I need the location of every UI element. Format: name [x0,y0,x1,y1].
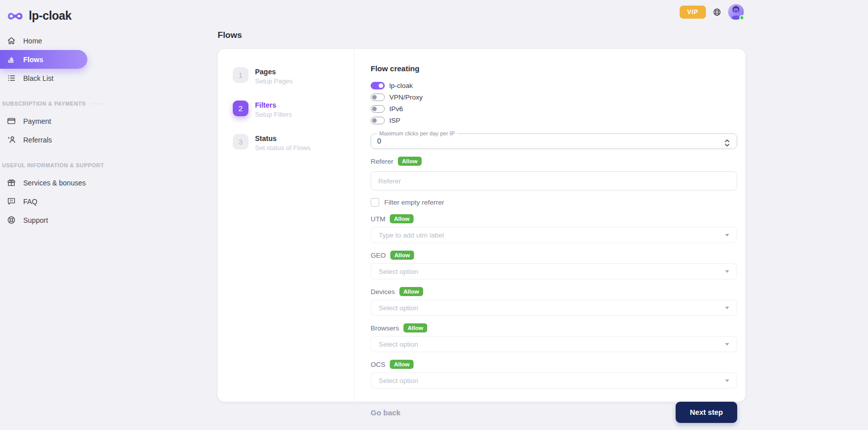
lp-cloak-mask-logo-icon [6,10,24,23]
sidebar-item-referrals[interactable]: Referrals [0,130,87,149]
devices-select[interactable]: Select option [371,300,737,316]
chevron-down-icon [725,234,729,236]
brand[interactable]: lp-cloak [0,0,131,24]
lp-cloak-toggle[interactable] [371,82,385,89]
step-title: Filters [255,101,292,109]
utm-label-row: UTM Allow [371,214,737,223]
browsers-select[interactable]: Select option [371,336,737,352]
step-status[interactable]: 3 Status Set status of Flows [233,134,354,152]
sidebar-item-faq[interactable]: ?! FAQ [0,192,87,211]
select-placeholder: Select option [379,268,418,275]
referer-label-row: Referer Allow [371,157,737,166]
next-step-button[interactable]: Next step [676,402,737,423]
chevron-down-icon [725,379,729,382]
chevron-down-icon [725,270,729,273]
header-actions: VIP [680,4,744,20]
sidebar-item-services-bonuses[interactable]: Services & bonuses [0,173,87,192]
select-placeholder: Select option [379,377,418,385]
max-clicks-input[interactable] [377,137,695,145]
user-avatar[interactable] [728,4,744,20]
browsers-label: Browsers [371,324,399,332]
toggle-knob [379,83,383,88]
sidebar-item-home[interactable]: Home [0,31,87,50]
filter-empty-referrer-row[interactable]: Filter empty referrer [371,198,737,207]
online-status-dot [739,15,744,20]
toggle-label: ISP [389,117,400,124]
sidebar-item-label: Home [23,37,42,45]
flow-creating-form: Flow creating lp-cloak VPN/Proxy IPv6 IS… [354,49,745,402]
devices-allow-badge[interactable]: Allow [399,287,423,296]
toggle-knob [372,118,377,123]
language-globe-icon[interactable] [712,8,722,17]
geo-label-row: GEO Allow [371,251,737,260]
utm-allow-badge[interactable]: Allow [390,214,414,223]
section-heading-label: USEFUL INFORMATION & SUPPORT [2,162,104,168]
browsers-label-row: Browsers Allow [371,323,737,332]
step-number-badge: 2 [233,101,248,116]
referer-allow-badge[interactable]: Allow [398,157,422,166]
page-title: Flows [218,30,745,40]
svg-text:?!: ?! [10,199,13,203]
sidebar: lp-cloak Home Flows [0,0,131,229]
browsers-allow-badge[interactable]: Allow [403,323,427,332]
sidebar-item-label: FAQ [23,198,37,206]
chevron-down-icon [725,307,729,309]
form-footer: Go back Next step [371,402,737,423]
section-heading-label: SUBSCRIPTION & PAYMENTS [2,101,86,107]
vip-button[interactable]: VIP [680,6,706,19]
sidebar-item-support[interactable]: Support [0,211,87,229]
section-heading-rule [90,104,104,104]
step-subtitle: Setup Pages [255,77,292,85]
main-content: Flows 1 Pages Setup Pages 2 Filters Setu… [218,30,745,402]
ipv6-toggle[interactable] [371,105,385,113]
chevron-down-icon [725,343,729,346]
number-stepper-icon[interactable] [724,139,730,146]
referer-label: Referer [371,158,393,165]
sidebar-item-label: Payment [23,117,51,125]
list-icon [7,73,16,83]
home-icon [7,36,16,45]
step-number-badge: 3 [233,134,248,150]
brand-name: lp-cloak [29,9,72,23]
sidebar-item-flows[interactable]: Flows [0,50,87,69]
lifebuoy-icon [7,215,16,225]
sidebar-item-label: Services & bonuses [23,179,86,187]
isp-toggle[interactable] [371,117,385,124]
step-title: Pages [255,67,292,76]
sidebar-section-heading-support: USEFUL INFORMATION & SUPPORT [2,162,131,168]
toggle-knob [372,95,377,100]
sidebar-nav: Home Flows [0,31,131,229]
step-subtitle: Set status of Flows [255,144,311,152]
vpn-proxy-toggle[interactable] [371,93,385,101]
geo-select[interactable]: Select option [371,263,737,279]
toggle-label: VPN/Proxy [389,93,423,101]
faq-bubble-icon: ?! [7,197,16,206]
toggle-row-vpn-proxy[interactable]: VPN/Proxy [371,91,737,103]
steps-column: 1 Pages Setup Pages 2 Filters Setup Filt… [218,49,354,402]
devices-label: Devices [371,288,395,296]
utm-select[interactable]: Type to add utm label [371,227,737,243]
max-clicks-label: Maximum clicks per day per IP [377,130,457,136]
geo-allow-badge[interactable]: Allow [390,251,414,260]
toggle-row-ipv6[interactable]: IPv6 [371,103,737,115]
referral-person-icon [7,135,16,145]
step-filters[interactable]: 2 Filters Setup Filters [233,101,354,118]
ocs-label: OCS [371,361,385,368]
ocs-select[interactable]: Select option [371,372,737,389]
filter-empty-referrer-checkbox[interactable] [371,198,379,207]
go-back-button[interactable]: Go back [371,408,400,417]
toggle-row-isp[interactable]: ISP [371,115,737,126]
ocs-allow-badge[interactable]: Allow [390,360,414,369]
sidebar-item-black-list[interactable]: Black List [0,69,87,87]
step-number-badge: 1 [233,67,248,83]
step-subtitle: Setup Filters [255,111,292,118]
sidebar-item-label: Referrals [23,136,52,144]
sidebar-item-label: Flows [23,56,43,64]
toggle-row-lp-cloak[interactable]: lp-cloak [371,80,737,91]
referer-input[interactable] [371,171,737,190]
step-pages[interactable]: 1 Pages Setup Pages [233,67,354,85]
flows-stack-icon [7,55,16,64]
sidebar-item-payment[interactable]: Payment [0,112,87,130]
credit-card-icon [7,116,16,126]
form-title: Flow creating [371,64,737,73]
